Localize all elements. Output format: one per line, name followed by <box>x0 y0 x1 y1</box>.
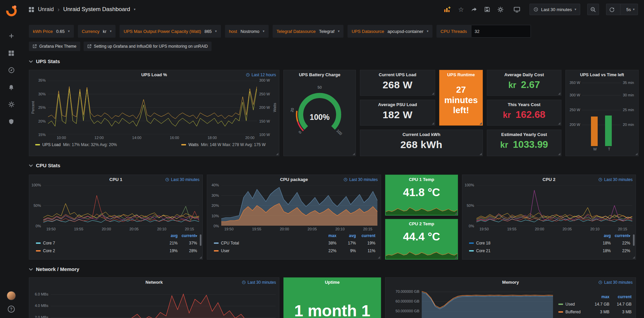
panel-title[interactable]: Current UPS Load <box>379 72 416 77</box>
panel-resize-handle[interactable] <box>635 153 638 155</box>
panel-title[interactable]: Estimated Yearly Cost <box>501 132 547 137</box>
network-chart[interactable] <box>51 289 276 318</box>
panel-title[interactable]: CPU 2 Temp <box>409 221 434 226</box>
legend-scrollbar[interactable] <box>633 234 635 246</box>
bar-time-left[interactable] <box>605 116 612 146</box>
legend-series-toggle[interactable]: Core 21 <box>469 248 591 253</box>
section-cpu-stats[interactable]: CPU Stats <box>29 163 60 168</box>
legend-sort-current[interactable]: current <box>609 294 632 299</box>
panel-resize-handle[interactable] <box>479 122 482 125</box>
legend-scrollbar[interactable] <box>200 234 201 246</box>
legend-series-toggle[interactable]: Core 18 <box>469 241 591 245</box>
panel-resize-handle[interactable] <box>276 153 278 155</box>
axis-tick: 20:00 <box>245 136 255 140</box>
panel-title[interactable]: Current Load kWh <box>403 132 441 137</box>
section-network-memory[interactable]: Network / Memory <box>29 266 79 272</box>
panel-title[interactable]: Uptime <box>325 280 339 285</box>
panel-title[interactable]: This Years Cost <box>508 102 540 107</box>
panel-title[interactable]: Average Daily Cost <box>504 72 544 77</box>
legend-series-toggle[interactable]: Core 7 <box>36 241 158 245</box>
ups-load-vs-time-chart[interactable] <box>582 81 621 146</box>
legend-series-watts[interactable]: WattsMin: 148 W Max: 278 W Avg: 175 W <box>181 142 266 147</box>
panel-title[interactable]: Network <box>145 280 163 285</box>
panel-title[interactable]: CPU package <box>280 177 308 182</box>
share-icon[interactable] <box>471 6 477 13</box>
legend-sort-max[interactable]: max <box>317 233 336 238</box>
legend-sort-max[interactable]: max <box>589 294 609 299</box>
panel-resize-handle[interactable] <box>558 153 560 155</box>
legend-series-toggle[interactable]: Core 2 <box>36 248 158 253</box>
panel-title[interactable]: UPS Load % <box>141 72 167 77</box>
dashboard-caret-icon[interactable]: ▾ <box>134 8 136 11</box>
panel-resize-handle[interactable] <box>558 122 560 125</box>
breadcrumb-app[interactable]: Unraid <box>38 6 54 12</box>
bar-watts[interactable] <box>591 117 598 146</box>
cpu1-chart[interactable] <box>43 185 199 226</box>
panel-resize-handle[interactable] <box>479 153 482 155</box>
add-panel-button[interactable] <box>444 6 451 13</box>
legend-series-toggle[interactable]: Buffered <box>558 310 589 314</box>
cpu2-chart[interactable] <box>476 185 632 226</box>
refresh-interval-picker[interactable]: 5s ▾ <box>623 4 638 15</box>
panel-title[interactable]: UPS Runtime <box>447 72 475 77</box>
variable-kwh-price[interactable]: kWh Price0.65▾ <box>29 25 74 38</box>
panel-resize-handle[interactable] <box>378 256 380 259</box>
help-icon[interactable]: ? <box>8 306 15 313</box>
configuration-gear-icon[interactable] <box>8 101 15 108</box>
link-ups-monitoring-guide[interactable]: Setting up Grafana and InfluxDB for UPS … <box>84 42 212 51</box>
settings-gear-icon[interactable] <box>497 6 504 13</box>
legend-sort-avg[interactable]: avg <box>336 233 356 238</box>
variable-ups-max-power[interactable]: UPS Max Output Power Capacity (Watt)865▾ <box>120 25 221 38</box>
apps-grid-icon[interactable] <box>29 7 34 12</box>
legend-sort-current[interactable]: current▾ <box>178 233 197 238</box>
link-grafana-plex-theme[interactable]: Grafana Plex Theme <box>29 42 80 51</box>
variable-ups-datasource[interactable]: UPS Datasourceapcupsd-container▾ <box>348 25 432 38</box>
zoom-out-button[interactable] <box>587 4 599 15</box>
panel-resize-handle[interactable] <box>199 256 202 259</box>
legend-series-toggle[interactable]: CPU Total <box>214 241 317 245</box>
panel-title[interactable]: CPU 1 Temp <box>409 177 434 182</box>
panel-title[interactable]: CPU 1 <box>109 177 122 182</box>
panel-title[interactable]: UPS Battery Charge <box>299 72 340 77</box>
server-admin-shield-icon[interactable] <box>8 118 15 125</box>
save-icon[interactable] <box>484 6 490 12</box>
panel-title[interactable]: Average PSU Load <box>378 102 417 107</box>
variable-currency[interactable]: Currencykr▾ <box>78 25 116 38</box>
ups-load-chart[interactable] <box>48 81 257 134</box>
legend-sort-avg[interactable]: avg <box>158 233 178 238</box>
panel-resize-handle[interactable] <box>558 92 560 95</box>
cpu-package-chart[interactable] <box>221 185 377 226</box>
legend-sort-current[interactable]: current▾ <box>611 233 630 238</box>
alerting-icon[interactable] <box>8 84 15 91</box>
panel-resize-handle[interactable] <box>432 92 434 95</box>
cycle-view-monitor-icon[interactable] <box>513 6 520 13</box>
panel-title[interactable]: Memory <box>502 280 519 285</box>
panel-resize-handle[interactable] <box>432 122 434 125</box>
section-ups-stats[interactable]: UPS Stats <box>29 58 60 64</box>
panel-resize-handle[interactable] <box>633 256 635 259</box>
time-range-picker[interactable]: Last 30 minutes ▾ <box>530 4 580 15</box>
dashboard-title[interactable]: Unraid System Dashboard <box>63 6 130 13</box>
create-icon[interactable] <box>8 32 15 40</box>
avatar[interactable] <box>7 291 16 300</box>
panel-resize-handle[interactable] <box>353 153 355 155</box>
panel-resize-handle[interactable] <box>455 256 457 259</box>
legend-series-toggle[interactable]: User <box>214 248 317 253</box>
legend-series-toggle[interactable]: Used <box>558 302 589 307</box>
legend-series-ups-load[interactable]: UPS LoadMin: 17% Max: 32% Avg: 20% <box>35 142 117 147</box>
panel-resize-handle[interactable] <box>455 212 457 215</box>
grafana-logo[interactable] <box>5 4 18 17</box>
variable-telegraf-datasource[interactable]: Telegraf DatasourceTelegraf▾ <box>273 25 344 38</box>
panel-title[interactable]: CPU 2 <box>543 177 555 182</box>
panel-title[interactable]: UPS Load vs Time left <box>580 73 624 77</box>
variable-host[interactable]: hostNostromo▾ <box>225 25 269 38</box>
axis-tick: 20 min <box>623 123 634 127</box>
cpu-threads-input[interactable] <box>471 25 531 38</box>
dashboards-icon[interactable] <box>8 49 15 57</box>
legend-sort-current[interactable]: current <box>356 233 375 238</box>
memory-chart[interactable] <box>422 289 553 318</box>
refresh-button[interactable] <box>606 4 617 15</box>
explore-icon[interactable] <box>8 66 15 74</box>
star-icon[interactable]: ☆ <box>458 6 464 13</box>
legend-sort-avg[interactable]: avg <box>591 233 611 238</box>
